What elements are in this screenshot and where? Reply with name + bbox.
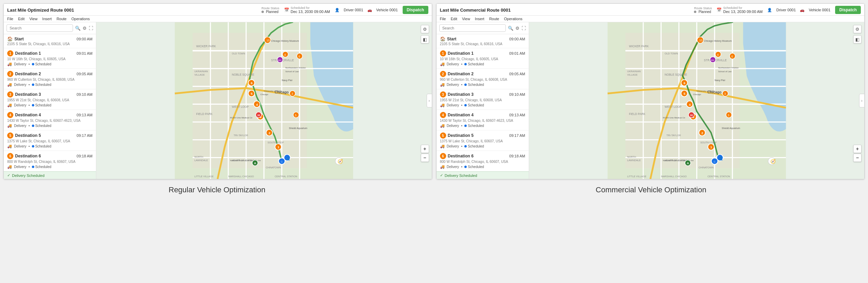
svg-rect-77 <box>625 33 739 168</box>
dot-separator: • <box>28 83 30 87</box>
vehicle-name: Vehicle 0001 <box>809 8 830 12</box>
zoom-in-button[interactable]: + <box>421 145 429 153</box>
sidebar-search-bar: 🔍 ⚙ ⛶ <box>4 22 96 34</box>
scheduled-dot <box>464 104 467 106</box>
scheduled-for: 📅 Scheduled for Dec 13, 2030 09:00 AM <box>717 6 762 14</box>
search-button[interactable]: 🔍 <box>508 26 513 31</box>
svg-text:University of Illinois: University of Illinois <box>697 90 715 92</box>
list-item[interactable]: 4 Destination 4 09:13 AM 1430 W Taylor S… <box>437 110 529 130</box>
destination-name: 5 Destination 5 <box>440 132 474 139</box>
search-button[interactable]: 🔍 <box>75 26 81 31</box>
layers-button[interactable]: ◧ <box>421 35 429 43</box>
svg-text:Navy Pier: Navy Pier <box>282 79 293 82</box>
collapse-button[interactable]: › <box>427 94 432 107</box>
map-area[interactable]: WICKER PARK OLD TOWN UKRAINIAN VILLAGE N… <box>96 22 432 179</box>
svg-text:LAWNDALE: LAWNDALE <box>627 159 641 162</box>
status-scheduled: Scheduled <box>464 165 484 169</box>
dispatch-button[interactable]: Dispatch <box>403 6 428 14</box>
list-item[interactable]: 5 Destination 5 09:17 AM 1375 W Lake St,… <box>4 130 96 151</box>
stop-meta: 🚚 Delivery • Scheduled <box>7 124 93 128</box>
scheduled-for-value: Dec 13, 2030 09:00 AM <box>291 10 330 14</box>
svg-text:6: 6 <box>731 55 733 58</box>
list-item[interactable]: 5 Destination 5 09:17 AM 1375 W Lake St,… <box>437 130 529 151</box>
menu-item-route[interactable]: Route <box>57 17 66 21</box>
settings-button[interactable]: ⚙ <box>421 25 429 33</box>
collapse-button[interactable]: › <box>859 94 864 107</box>
list-item[interactable]: 2 Destination 2 09:05 AM 960 W Cullerton… <box>4 69 96 89</box>
zoom-in-button[interactable]: + <box>853 145 861 153</box>
zoom-out-button[interactable]: − <box>853 154 861 162</box>
destination-name: 6 Destination 6 <box>440 153 474 159</box>
svg-text:Chicago: Chicago <box>693 93 701 95</box>
stop-meta: 🚚 Delivery • Scheduled <box>440 62 525 66</box>
stop-number: 1 <box>7 50 13 56</box>
list-item[interactable]: 🏠 Start 09:00 AM 2105 S State St, Chicag… <box>437 34 529 48</box>
svg-text:SOUTH LOOP: SOUTH LOOP <box>700 141 717 144</box>
svg-text:CHINATOWN: CHINATOWN <box>698 166 713 169</box>
status-scheduled: Scheduled <box>32 83 51 87</box>
panel-left: Last Mile Optimized Route 0001 Route Sta… <box>3 3 432 179</box>
stop-number: 2 <box>7 71 13 77</box>
list-item[interactable]: 1 Destination 1 09:01 AM 10 W 16th St, C… <box>437 48 529 69</box>
filter-button[interactable]: ⚙ <box>515 26 519 31</box>
scheduled-dot <box>464 63 467 65</box>
service-type: Delivery <box>447 83 459 87</box>
status-scheduled: Scheduled <box>464 62 484 66</box>
menu-item-edit[interactable]: Edit <box>18 17 25 21</box>
dot-separator: • <box>461 124 463 128</box>
service-type: Delivery <box>447 165 459 169</box>
status-scheduled: Scheduled <box>32 144 51 148</box>
svg-text:👤: 👤 <box>286 156 290 160</box>
list-item[interactable]: 1 Destination 1 09:01 AM 10 W 16th St, C… <box>4 48 96 69</box>
menu-item-operations[interactable]: Operations <box>504 17 523 21</box>
stop-address: 1955 W 21st St, Chicago, IL 60608, USA <box>440 98 525 102</box>
svg-text:NOBLE SQUARE: NOBLE SQUARE <box>232 73 255 76</box>
menu-item-file[interactable]: File <box>440 17 446 21</box>
driver-vehicle: 👤 Driver 0001 🚗 Vehicle 0001 <box>767 8 830 12</box>
layers-button[interactable]: ◧ <box>853 35 861 43</box>
dot-separator: • <box>28 124 30 128</box>
list-item[interactable]: 3 Destination 3 09:10 AM 1955 W 21st St,… <box>4 89 96 110</box>
menu-item-insert[interactable]: Insert <box>42 17 52 21</box>
status-scheduled: Scheduled <box>464 83 484 87</box>
list-item[interactable]: 🏠 Start 09:00 AM 2105 S State St, Chicag… <box>4 34 96 48</box>
status-scheduled: Scheduled <box>32 62 51 66</box>
list-item[interactable]: 4 Destination 4 09:13 AM 1430 W Taylor S… <box>4 110 96 130</box>
menu-item-file[interactable]: File <box>7 17 13 21</box>
zoom-out-button[interactable]: − <box>421 154 429 162</box>
stop-time: 09:00 AM <box>77 37 93 41</box>
filter-button[interactable]: ⚙ <box>83 26 87 31</box>
dispatch-button[interactable]: Dispatch <box>835 6 861 14</box>
panel-body: 🔍 ⚙ ⛶ 🏠 Start 09:00 AM 2105 S State St, … <box>437 22 865 179</box>
stop-number: 4 <box>7 112 13 118</box>
panel-right: Last Mile Commercial Route 0001 Route St… <box>436 3 865 179</box>
delivery-icon: 🚚 <box>7 144 12 149</box>
expand-button[interactable]: ⛶ <box>89 26 93 31</box>
menu-item-insert[interactable]: Insert <box>475 17 485 21</box>
list-item[interactable]: 3 Destination 3 09:10 AM 1955 W 21st St,… <box>437 89 529 110</box>
list-item[interactable]: 6 Destination 6 09:18 AM 800 W Randolph … <box>437 151 529 171</box>
list-item[interactable]: 2 Destination 2 09:05 AM 960 W Cullerton… <box>437 69 529 89</box>
menu-item-view[interactable]: View <box>462 17 470 21</box>
dot-separator: • <box>461 83 463 87</box>
menu-item-view[interactable]: View <box>29 17 38 21</box>
scheduled-dot <box>32 166 34 168</box>
delivery-icon: 🚚 <box>7 82 12 87</box>
expand-button[interactable]: ⛶ <box>522 26 526 31</box>
svg-text:3: 3 <box>724 92 726 95</box>
svg-text:360: 360 <box>710 59 714 61</box>
stop-address: 960 W Cullerton St, Chicago, IL 60608, U… <box>7 78 93 81</box>
menu-item-operations[interactable]: Operations <box>71 17 90 21</box>
stop-address: 800 W Randolph St, Chicago, IL 60607, US… <box>7 160 93 164</box>
map-area[interactable]: WICKER PARK OLD TOWN UKRAINIAN VILLAGE N… <box>529 22 865 179</box>
search-input[interactable] <box>439 24 506 32</box>
calendar-icon: 📅 <box>284 8 289 12</box>
menu-item-route[interactable]: Route <box>489 17 499 21</box>
settings-button[interactable]: ⚙ <box>853 25 861 33</box>
list-item[interactable]: 6 Destination 6 09:18 AM 800 W Randolph … <box>4 151 96 171</box>
menu-item-edit[interactable]: Edit <box>451 17 457 21</box>
svg-text:4: 4 <box>256 103 258 106</box>
search-input[interactable] <box>7 24 73 32</box>
svg-text:5: 5 <box>295 114 297 117</box>
svg-text:WICKER PARK: WICKER PARK <box>629 44 649 48</box>
